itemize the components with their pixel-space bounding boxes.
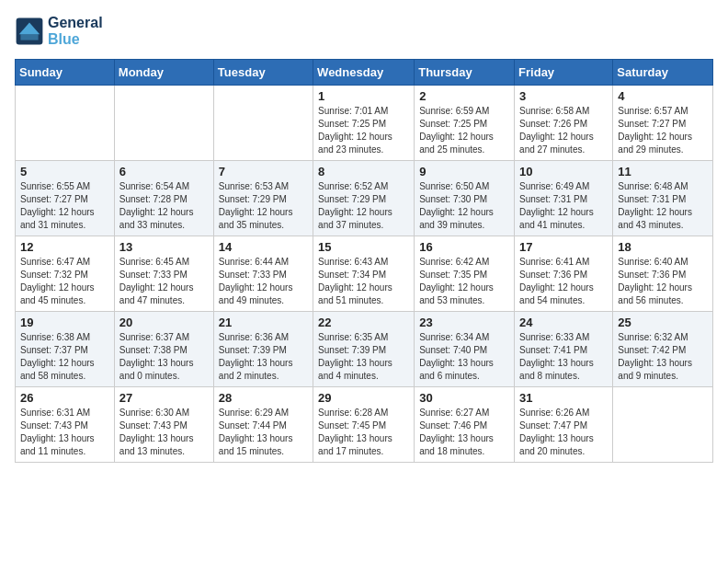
- calendar-cell: 19Sunrise: 6:38 AM Sunset: 7:37 PM Dayli…: [16, 312, 115, 387]
- day-info: Sunrise: 6:54 AM Sunset: 7:28 PM Dayligh…: [119, 180, 209, 232]
- day-number: 26: [20, 391, 109, 405]
- weekday-header-thursday: Thursday: [415, 60, 515, 86]
- day-number: 7: [219, 165, 308, 178]
- day-number: 12: [20, 240, 109, 254]
- day-info: Sunrise: 6:44 AM Sunset: 7:33 PM Dayligh…: [219, 256, 308, 307]
- day-info: Sunrise: 6:36 AM Sunset: 7:39 PM Dayligh…: [219, 331, 308, 383]
- calendar-cell: 5Sunrise: 6:55 AM Sunset: 7:27 PM Daylig…: [16, 161, 115, 236]
- day-info: Sunrise: 6:26 AM Sunset: 7:47 PM Dayligh…: [519, 407, 608, 458]
- day-number: 28: [219, 391, 308, 405]
- logo-icon: [15, 17, 44, 46]
- calendar-cell: 1Sunrise: 7:01 AM Sunset: 7:25 PM Daylig…: [313, 86, 415, 161]
- logo: General Blue: [15, 15, 103, 48]
- calendar-week-4: 19Sunrise: 6:38 AM Sunset: 7:37 PM Dayli…: [16, 312, 713, 387]
- day-number: 24: [519, 316, 608, 329]
- day-info: Sunrise: 6:27 AM Sunset: 7:46 PM Dayligh…: [419, 407, 509, 458]
- calendar-week-5: 26Sunrise: 6:31 AM Sunset: 7:43 PM Dayli…: [16, 387, 713, 463]
- day-info: Sunrise: 6:40 AM Sunset: 7:36 PM Dayligh…: [618, 256, 708, 307]
- calendar-cell: 18Sunrise: 6:40 AM Sunset: 7:36 PM Dayli…: [613, 236, 713, 312]
- day-number: 31: [519, 391, 608, 405]
- weekday-header-saturday: Saturday: [613, 60, 713, 86]
- calendar-cell: 27Sunrise: 6:30 AM Sunset: 7:43 PM Dayli…: [114, 387, 213, 463]
- day-info: Sunrise: 6:42 AM Sunset: 7:35 PM Dayligh…: [419, 256, 509, 307]
- calendar-cell: 25Sunrise: 6:32 AM Sunset: 7:42 PM Dayli…: [613, 312, 713, 387]
- calendar-cell: 31Sunrise: 6:26 AM Sunset: 7:47 PM Dayli…: [515, 387, 613, 463]
- calendar-cell: 30Sunrise: 6:27 AM Sunset: 7:46 PM Dayli…: [415, 387, 515, 463]
- day-info: Sunrise: 7:01 AM Sunset: 7:25 PM Dayligh…: [318, 105, 409, 156]
- day-number: 13: [119, 240, 209, 254]
- day-number: 19: [20, 316, 109, 329]
- day-number: 2: [419, 89, 509, 103]
- calendar-cell: 17Sunrise: 6:41 AM Sunset: 7:36 PM Dayli…: [515, 236, 613, 312]
- day-info: Sunrise: 6:32 AM Sunset: 7:42 PM Dayligh…: [618, 331, 708, 383]
- calendar-cell: 6Sunrise: 6:54 AM Sunset: 7:28 PM Daylig…: [114, 161, 213, 236]
- calendar-cell: 4Sunrise: 6:57 AM Sunset: 7:27 PM Daylig…: [613, 86, 713, 161]
- calendar-cell: 8Sunrise: 6:52 AM Sunset: 7:29 PM Daylig…: [313, 161, 415, 236]
- day-number: 27: [119, 391, 209, 405]
- day-info: Sunrise: 6:43 AM Sunset: 7:34 PM Dayligh…: [318, 256, 409, 307]
- weekday-header-sunday: Sunday: [16, 60, 115, 86]
- calendar-cell: 10Sunrise: 6:49 AM Sunset: 7:31 PM Dayli…: [515, 161, 613, 236]
- day-info: Sunrise: 6:35 AM Sunset: 7:39 PM Dayligh…: [318, 331, 409, 383]
- calendar-cell: 20Sunrise: 6:37 AM Sunset: 7:38 PM Dayli…: [114, 312, 213, 387]
- calendar-cell: [213, 86, 313, 161]
- day-number: 18: [618, 240, 708, 254]
- day-number: 16: [419, 240, 509, 254]
- calendar-cell: 26Sunrise: 6:31 AM Sunset: 7:43 PM Dayli…: [16, 387, 115, 463]
- day-number: 3: [519, 89, 608, 103]
- day-info: Sunrise: 6:33 AM Sunset: 7:41 PM Dayligh…: [519, 331, 608, 383]
- calendar-cell: 23Sunrise: 6:34 AM Sunset: 7:40 PM Dayli…: [415, 312, 515, 387]
- day-number: 29: [318, 391, 409, 405]
- day-number: 17: [519, 240, 608, 254]
- day-info: Sunrise: 6:34 AM Sunset: 7:40 PM Dayligh…: [419, 331, 509, 383]
- calendar-cell: [16, 86, 115, 161]
- logo-text: General Blue: [48, 15, 103, 48]
- calendar-cell: 9Sunrise: 6:50 AM Sunset: 7:30 PM Daylig…: [415, 161, 515, 236]
- weekday-header-monday: Monday: [114, 60, 213, 86]
- calendar-header: SundayMondayTuesdayWednesdayThursdayFrid…: [16, 60, 713, 86]
- calendar-week-1: 1Sunrise: 7:01 AM Sunset: 7:25 PM Daylig…: [16, 86, 713, 161]
- day-info: Sunrise: 6:53 AM Sunset: 7:29 PM Dayligh…: [219, 180, 308, 232]
- calendar-cell: 15Sunrise: 6:43 AM Sunset: 7:34 PM Dayli…: [313, 236, 415, 312]
- day-info: Sunrise: 6:49 AM Sunset: 7:31 PM Dayligh…: [519, 180, 608, 232]
- day-info: Sunrise: 6:37 AM Sunset: 7:38 PM Dayligh…: [119, 331, 209, 383]
- calendar-cell: 29Sunrise: 6:28 AM Sunset: 7:45 PM Dayli…: [313, 387, 415, 463]
- calendar-cell: 2Sunrise: 6:59 AM Sunset: 7:25 PM Daylig…: [415, 86, 515, 161]
- page-header: General Blue: [15, 15, 713, 48]
- weekday-header-wednesday: Wednesday: [313, 60, 415, 86]
- day-info: Sunrise: 6:55 AM Sunset: 7:27 PM Dayligh…: [20, 180, 109, 232]
- day-number: 5: [20, 165, 109, 178]
- day-info: Sunrise: 6:29 AM Sunset: 7:44 PM Dayligh…: [219, 407, 308, 458]
- day-info: Sunrise: 6:52 AM Sunset: 7:29 PM Dayligh…: [318, 180, 409, 232]
- day-info: Sunrise: 6:57 AM Sunset: 7:27 PM Dayligh…: [618, 105, 708, 156]
- day-number: 9: [419, 165, 509, 178]
- day-number: 15: [318, 240, 409, 254]
- day-number: 20: [119, 316, 209, 329]
- day-info: Sunrise: 6:38 AM Sunset: 7:37 PM Dayligh…: [20, 331, 109, 383]
- day-number: 22: [318, 316, 409, 329]
- day-number: 30: [419, 391, 509, 405]
- calendar-cell: [114, 86, 213, 161]
- day-info: Sunrise: 6:45 AM Sunset: 7:33 PM Dayligh…: [119, 256, 209, 307]
- day-number: 14: [219, 240, 308, 254]
- day-number: 1: [318, 89, 409, 103]
- calendar-cell: 22Sunrise: 6:35 AM Sunset: 7:39 PM Dayli…: [313, 312, 415, 387]
- calendar-week-2: 5Sunrise: 6:55 AM Sunset: 7:27 PM Daylig…: [16, 161, 713, 236]
- calendar-cell: 28Sunrise: 6:29 AM Sunset: 7:44 PM Dayli…: [213, 387, 313, 463]
- weekday-header-tuesday: Tuesday: [213, 60, 313, 86]
- weekday-header-friday: Friday: [515, 60, 613, 86]
- calendar-cell: 3Sunrise: 6:58 AM Sunset: 7:26 PM Daylig…: [515, 86, 613, 161]
- day-info: Sunrise: 6:59 AM Sunset: 7:25 PM Dayligh…: [419, 105, 509, 156]
- day-number: 23: [419, 316, 509, 329]
- day-number: 11: [618, 165, 708, 178]
- day-info: Sunrise: 6:50 AM Sunset: 7:30 PM Dayligh…: [419, 180, 509, 232]
- day-number: 21: [219, 316, 308, 329]
- day-number: 10: [519, 165, 608, 178]
- day-info: Sunrise: 6:47 AM Sunset: 7:32 PM Dayligh…: [20, 256, 109, 307]
- calendar-cell: 14Sunrise: 6:44 AM Sunset: 7:33 PM Dayli…: [213, 236, 313, 312]
- day-number: 8: [318, 165, 409, 178]
- day-info: Sunrise: 6:28 AM Sunset: 7:45 PM Dayligh…: [318, 407, 409, 458]
- day-info: Sunrise: 6:31 AM Sunset: 7:43 PM Dayligh…: [20, 407, 109, 458]
- calendar-cell: 13Sunrise: 6:45 AM Sunset: 7:33 PM Dayli…: [114, 236, 213, 312]
- calendar-cell: 7Sunrise: 6:53 AM Sunset: 7:29 PM Daylig…: [213, 161, 313, 236]
